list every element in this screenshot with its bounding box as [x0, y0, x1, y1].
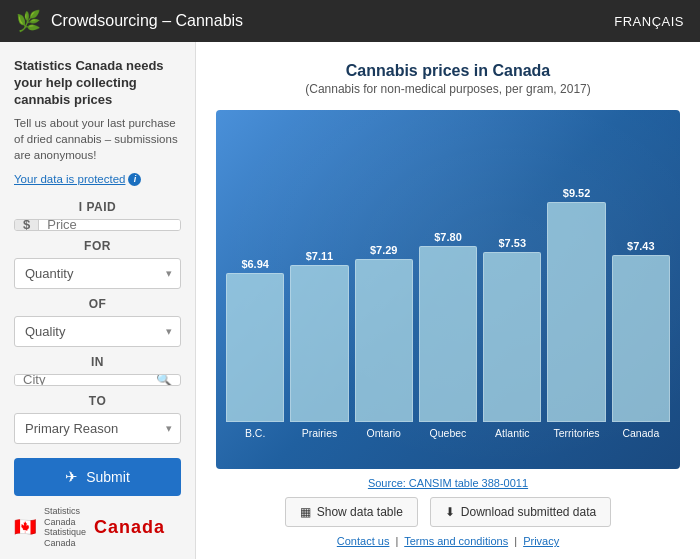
submit-button[interactable]: ✈ Submit	[14, 458, 181, 496]
bar-label: Atlantic	[495, 427, 529, 439]
left-panel: Statistics Canada needs your help collec…	[0, 42, 196, 559]
bar-label: Quebec	[430, 427, 467, 439]
bar-label: B.C.	[245, 427, 265, 439]
bar-value: $7.80	[434, 231, 462, 243]
in-label: IN	[14, 355, 181, 369]
app-title: Crowdsourcing – Cannabis	[51, 12, 243, 30]
primary-reason-select[interactable]: Primary Reason	[14, 413, 181, 444]
language-switch-button[interactable]: FRANÇAIS	[614, 14, 684, 29]
bar-label: Territories	[554, 427, 600, 439]
download-label: Download submitted data	[461, 505, 596, 519]
bar-group: $7.11Prairies	[290, 250, 348, 439]
bar-value: $6.94	[241, 258, 269, 270]
bar-rect	[355, 259, 413, 422]
bar-value: $9.52	[563, 187, 591, 199]
city-input[interactable]	[15, 374, 148, 386]
bar-rect	[419, 246, 477, 422]
price-input[interactable]	[39, 219, 180, 231]
main-layout: Statistics Canada needs your help collec…	[0, 42, 700, 559]
quality-select[interactable]: Quality	[14, 316, 181, 347]
of-label: OF	[14, 297, 181, 311]
panel-subtitle: Tell us about your last purchase of drie…	[14, 115, 181, 163]
source-link[interactable]: Source: CANSIM table 388-0011	[216, 477, 680, 489]
footer-links: Contact us | Terms and conditions | Priv…	[216, 535, 680, 547]
show-data-table-button[interactable]: ▦ Show data table	[285, 497, 418, 527]
app-header: 🌿 Crowdsourcing – Cannabis FRANÇAIS	[0, 0, 700, 42]
to-label: TO	[14, 394, 181, 408]
footer-logos: 🇨🇦 StatisticsCanada StatistiqueCanada Ca…	[14, 496, 181, 549]
info-icon: i	[128, 173, 141, 186]
chart-title: Cannabis prices in Canada	[216, 62, 680, 80]
download-icon: ⬇	[445, 505, 455, 519]
contact-link[interactable]: Contact us	[337, 535, 390, 547]
quantity-select[interactable]: Quantity	[14, 258, 181, 289]
action-buttons: ▦ Show data table ⬇ Download submitted d…	[216, 497, 680, 527]
city-input-wrap: 🔍	[14, 374, 181, 386]
right-panel: Cannabis prices in Canada (Cannabis for …	[196, 42, 700, 559]
bar-value: $7.53	[499, 237, 527, 249]
statscan-fr: StatistiqueCanada	[44, 527, 86, 549]
cannabis-leaf-icon: 🌿	[16, 9, 41, 33]
footer-sep-1: |	[395, 535, 398, 547]
bar-value: $7.43	[627, 240, 655, 252]
download-data-button[interactable]: ⬇ Download submitted data	[430, 497, 611, 527]
statscan-en: StatisticsCanada	[44, 506, 86, 528]
price-input-wrap: $	[14, 219, 181, 231]
bar-chart: $6.94B.C.$7.11Prairies$7.29Ontario$7.80Q…	[216, 110, 680, 469]
footer-sep-2: |	[514, 535, 517, 547]
panel-title: Statistics Canada needs your help collec…	[14, 58, 181, 109]
bar-rect	[483, 252, 541, 422]
primary-reason-select-wrap: Primary Reason ▾	[14, 413, 181, 444]
for-label: FOR	[14, 239, 181, 253]
bar-group: $6.94B.C.	[226, 258, 284, 439]
submit-icon: ✈	[65, 468, 78, 486]
canada-flag-icon: 🇨🇦	[14, 516, 36, 538]
bar-label: Prairies	[302, 427, 338, 439]
bar-value: $7.11	[306, 250, 334, 262]
data-protected-text: Your data is protected	[14, 173, 125, 185]
submit-label: Submit	[86, 469, 130, 485]
bar-rect	[226, 273, 284, 422]
data-protected-link[interactable]: Your data is protected i	[14, 173, 181, 186]
bar-group: $7.43Canada	[612, 240, 670, 439]
bar-rect	[290, 265, 348, 422]
bar-rect	[612, 255, 670, 422]
i-paid-label: I PAID	[14, 200, 181, 214]
bar-rect	[547, 202, 605, 422]
bar-group: $7.53Atlantic	[483, 237, 541, 439]
bar-label: Canada	[622, 427, 659, 439]
terms-link[interactable]: Terms and conditions	[404, 535, 508, 547]
show-data-label: Show data table	[317, 505, 403, 519]
privacy-link[interactable]: Privacy	[523, 535, 559, 547]
statscan-logo: StatisticsCanada StatistiqueCanada	[44, 506, 86, 549]
table-icon: ▦	[300, 505, 311, 519]
quality-select-wrap: Quality ▾	[14, 316, 181, 347]
chart-subtitle: (Cannabis for non-medical purposes, per …	[216, 82, 680, 96]
bar-value: $7.29	[370, 244, 398, 256]
quantity-select-wrap: Quantity ▾	[14, 258, 181, 289]
canada-wordmark: Canada	[94, 517, 165, 538]
header-left: 🌿 Crowdsourcing – Cannabis	[16, 9, 243, 33]
search-icon: 🔍	[148, 374, 180, 386]
bar-label: Ontario	[366, 427, 400, 439]
bar-group: $7.29Ontario	[355, 244, 413, 439]
bar-group: $9.52Territories	[547, 187, 605, 439]
bar-group: $7.80Quebec	[419, 231, 477, 439]
dollar-sign: $	[15, 219, 39, 231]
